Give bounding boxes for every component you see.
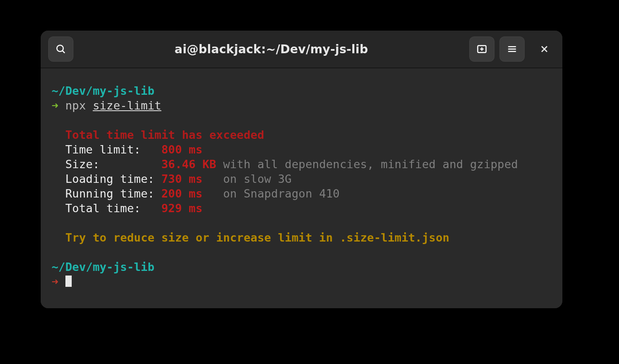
prompt-arrow: ➜ (52, 99, 58, 112)
note-running: on Snapdragon 410 (203, 187, 340, 200)
prompt-path: ~/Dev/my-js-lib (52, 84, 154, 97)
hamburger-icon (506, 43, 518, 55)
tip-prefix: Try to reduce size or increase limit in (65, 231, 340, 244)
menu-button[interactable] (499, 36, 525, 62)
tip-text: Try to reduce size or increase limit in … (65, 231, 450, 244)
label-time-limit: Time limit: (65, 143, 161, 156)
value-total: 929 ms (161, 202, 203, 215)
terminal-body[interactable]: ~/Dev/my-js-lib➜ npx size-limit Total ti… (41, 68, 562, 308)
new-tab-button[interactable] (469, 36, 494, 62)
command-name: size-limit (93, 99, 161, 112)
titlebar: ai@blackjack:~/Dev/my-js-lib (41, 31, 562, 68)
label-size: Size: (65, 158, 161, 171)
cursor (65, 276, 72, 287)
svg-line-1 (62, 51, 65, 53)
close-button[interactable] (534, 39, 555, 60)
note-loading: on slow 3G (203, 172, 292, 185)
prompt-path-2: ~/Dev/my-js-lib (52, 260, 154, 273)
value-time-limit: 800 ms (161, 143, 203, 156)
value-running: 200 ms (161, 187, 203, 200)
search-button[interactable] (48, 36, 73, 62)
prompt-arrow-error: ➜ (52, 275, 58, 288)
new-tab-icon (476, 43, 488, 55)
close-icon (540, 44, 549, 54)
label-total: Total time: (65, 202, 161, 215)
error-headline: Total time limit has exceeded (65, 128, 264, 141)
search-icon (55, 43, 67, 55)
value-size: 36.46 KB (161, 158, 216, 171)
label-loading: Loading time: (65, 172, 161, 185)
svg-point-0 (57, 45, 63, 52)
terminal-window: ai@blackjack:~/Dev/my-js-lib ~/Dev/my-js… (41, 31, 562, 308)
command-prefix: npx (65, 99, 93, 112)
label-running: Running time: (65, 187, 161, 200)
value-loading: 730 ms (161, 172, 203, 185)
tip-filename: .size-limit.json (340, 231, 450, 244)
note-size: with all dependencies, minified and gzip… (216, 158, 518, 171)
window-title: ai@blackjack:~/Dev/my-js-lib (78, 42, 464, 56)
